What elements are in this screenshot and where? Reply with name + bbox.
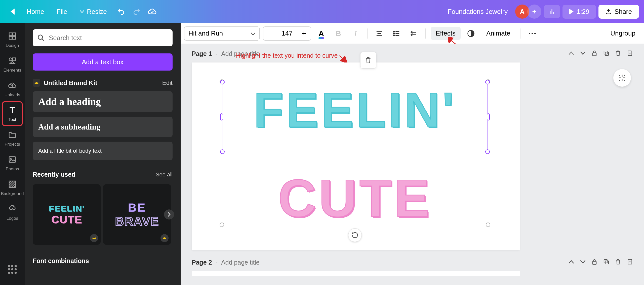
animate-button[interactable]: Animate (481, 27, 515, 40)
selection-group[interactable]: FEELIN' CUTE (222, 82, 488, 225)
rail-text[interactable]: Text (3, 102, 22, 125)
search-text-field[interactable] (33, 29, 173, 46)
projects-icon (7, 130, 17, 140)
page-title-input[interactable] (221, 259, 297, 266)
resize-handle-tr[interactable] (485, 80, 490, 84)
file-button[interactable]: File (51, 4, 73, 19)
svg-rect-18 (593, 53, 596, 56)
alignment-button[interactable] (373, 27, 386, 40)
text-color-button[interactable]: A (314, 27, 328, 40)
document-title[interactable]: Foundations Jewelry (443, 8, 513, 16)
rail-background[interactable]: Background (3, 176, 22, 200)
transparency-button[interactable] (464, 27, 478, 40)
add-heading-button[interactable]: Add a heading (33, 91, 173, 112)
uploads-icon (7, 80, 17, 90)
font-size-decrease[interactable]: – (263, 27, 277, 40)
thumb-feelin-cute[interactable]: FEELIN' CUTE (33, 184, 101, 245)
ungroup-button[interactable]: Ungroup (605, 27, 640, 40)
page-number: Page 2 (192, 259, 212, 266)
add-text-box-button[interactable]: Add a text box (33, 53, 173, 71)
resize-handle-br[interactable] (485, 149, 490, 154)
resize-handle-bl[interactable] (220, 149, 225, 154)
chevron-up-icon (569, 51, 574, 55)
page-add-button[interactable] (627, 50, 633, 57)
present-button[interactable]: 1:29 (562, 5, 596, 19)
canvas-area: Page 1 - Highlight the text you intend t… (181, 44, 644, 285)
page-duplicate-button[interactable] (603, 50, 609, 57)
cloud-sync-button[interactable] (145, 4, 160, 19)
duplicate-icon (603, 50, 609, 56)
page-add-button[interactable] (627, 259, 633, 266)
page-duplicate-button[interactable] (603, 259, 609, 266)
font-family-dropdown[interactable]: Hit and Run (184, 26, 260, 41)
rotate-icon (351, 232, 358, 239)
rail-apps[interactable] (3, 261, 22, 285)
add-subheading-button[interactable]: Add a subheading (33, 117, 173, 137)
search-input[interactable] (45, 34, 168, 42)
apps-icon (8, 265, 17, 274)
bold-button[interactable]: B (332, 27, 345, 40)
font-size-input[interactable] (277, 27, 297, 40)
page-lock-button[interactable] (592, 50, 597, 57)
resize-button[interactable]: Resize (74, 4, 113, 19)
chevron-down-icon (80, 10, 84, 13)
font-size-increase[interactable]: + (297, 27, 311, 40)
resize-handle-ml[interactable] (220, 113, 223, 120)
page-lock-button[interactable] (592, 259, 597, 266)
svg-rect-19 (605, 52, 609, 55)
effects-button[interactable]: Effects (431, 27, 461, 40)
floating-refresh-button[interactable] (613, 69, 631, 87)
lock-icon (592, 259, 597, 265)
upload-icon (606, 9, 612, 15)
more-button[interactable] (526, 27, 539, 40)
page2-canvas[interactable] (192, 271, 520, 276)
chevron-right-icon (167, 212, 171, 217)
add-member-button[interactable] (527, 5, 541, 19)
italic-button[interactable]: I (349, 27, 362, 40)
background-icon (7, 179, 17, 189)
rotate-handle[interactable] (348, 228, 362, 242)
group-handle-bl[interactable] (220, 223, 224, 227)
insights-button[interactable] (544, 5, 560, 18)
rail-elements[interactable]: Elements (3, 52, 22, 76)
page-up-button[interactable] (569, 51, 574, 56)
thumb-be-brave[interactable]: BE BRAVE (103, 184, 171, 245)
undo-button[interactable] (113, 4, 129, 19)
rail-label: Projects (5, 142, 20, 147)
rail-logos[interactable]: Logos (3, 201, 22, 224)
page-delete-button[interactable] (615, 259, 621, 266)
back-button[interactable] (5, 4, 20, 19)
rail-photos[interactable]: Photos (3, 151, 22, 175)
page1-canvas[interactable]: FEELIN' CUTE (192, 62, 520, 250)
rail-label: Text (8, 117, 16, 122)
rail-projects[interactable]: Projects (3, 126, 22, 150)
premium-badge-icon (160, 234, 169, 242)
separator (367, 28, 368, 39)
redo-button[interactable] (129, 4, 144, 19)
thumbs-next-button[interactable] (164, 209, 174, 219)
share-button[interactable]: Share (598, 5, 639, 19)
align-icon (376, 30, 383, 37)
group-handle-br[interactable] (486, 223, 490, 227)
brand-kit-edit[interactable]: Edit (162, 79, 173, 86)
resize-handle-tl[interactable] (220, 80, 225, 84)
spacing-button[interactable] (407, 27, 420, 40)
page-down-button[interactable] (580, 51, 586, 56)
page-up-button[interactable] (569, 260, 574, 265)
rail-design[interactable]: Design (3, 28, 22, 51)
see-all-link[interactable]: See all (156, 171, 173, 178)
separator (425, 28, 426, 39)
list-button[interactable] (390, 27, 403, 40)
page-delete-button[interactable] (615, 50, 621, 57)
delete-element-button[interactable] (360, 52, 376, 69)
home-button[interactable]: Home (21, 4, 50, 19)
rail-uploads[interactable]: Uploads (3, 77, 22, 101)
svg-point-12 (393, 35, 394, 36)
resize-handle-mr[interactable] (487, 113, 490, 120)
text-cute[interactable]: CUTE (278, 172, 432, 225)
page-down-button[interactable] (580, 260, 586, 265)
selection-box[interactable] (222, 82, 488, 152)
premium-badge-icon (90, 234, 98, 242)
add-body-text-button[interactable]: Add a little bit of body text (33, 142, 173, 160)
recently-used-header: Recently used See all (33, 171, 173, 178)
